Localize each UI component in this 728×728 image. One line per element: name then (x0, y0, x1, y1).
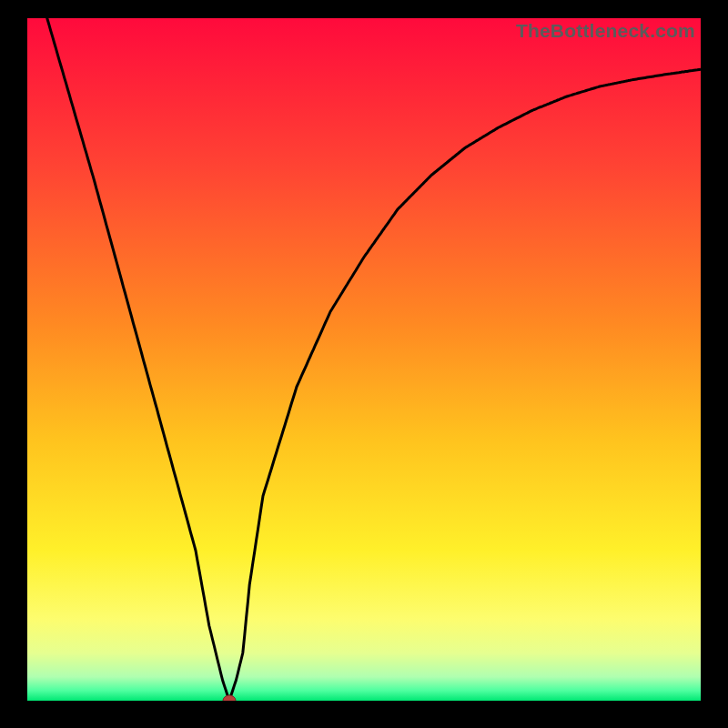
gradient-background (27, 18, 701, 701)
bottleneck-chart (27, 18, 701, 701)
chart-frame: TheBottleneck.com (27, 18, 701, 701)
watermark-label: TheBottleneck.com (516, 20, 695, 42)
